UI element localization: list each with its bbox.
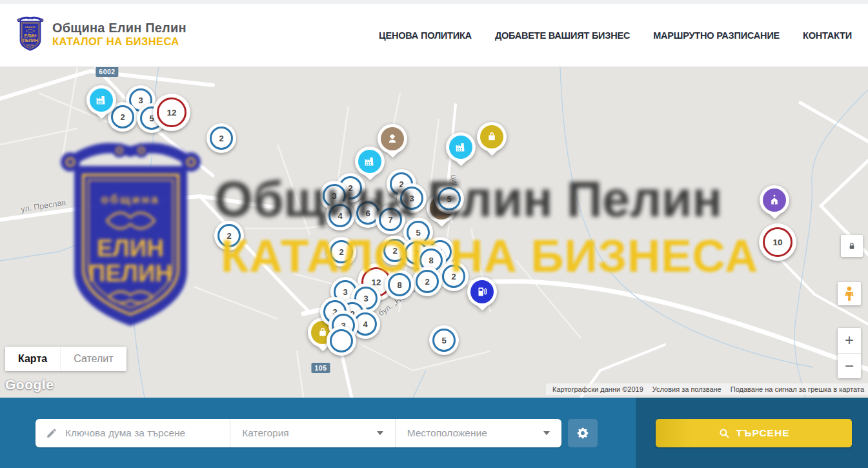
factory-pin-marker[interactable] bbox=[86, 85, 116, 124]
location-select-label: Местоположение bbox=[396, 427, 543, 439]
keyword-search-input[interactable] bbox=[64, 427, 230, 440]
nav-item-contacts[interactable]: КОНТАКТИ bbox=[803, 30, 852, 41]
scroll-lock-button[interactable] bbox=[841, 235, 863, 257]
report-map-error-link[interactable]: Подаване на сигнал за грешка в картата bbox=[731, 385, 864, 393]
markers-layer: 32512223235674522274822128338343510 bbox=[0, 67, 868, 398]
caret-down-icon bbox=[543, 431, 550, 435]
caret-down-icon bbox=[377, 431, 383, 435]
map-data-copyright: Картографски данни ©2019 bbox=[552, 385, 643, 393]
svg-text:ПЕЛИН: ПЕЛИН bbox=[23, 38, 38, 43]
cluster-marker[interactable]: 10 bbox=[759, 223, 796, 261]
magnifier-icon bbox=[718, 427, 730, 439]
cluster-marker[interactable]: 2 bbox=[412, 267, 442, 296]
search-input-group: Категория Местоположение bbox=[35, 419, 561, 447]
site-title: Община Елин Пелин bbox=[52, 21, 187, 36]
fuel-pin-marker[interactable] bbox=[467, 277, 497, 316]
google-map[interactable]: 6002105 ул. Преславбул. „Новоселции 3251… bbox=[0, 67, 868, 398]
zoom-out-button[interactable]: − bbox=[838, 354, 861, 379]
keyword-field-wrap bbox=[35, 419, 230, 447]
main-nav: ЦЕНОВА ПОЛИТИКА ДОБАВЕТЕ ВАШИЯТ БИЗНЕС М… bbox=[379, 4, 852, 66]
svg-text:ЕЛИН: ЕЛИН bbox=[24, 34, 36, 38]
municipality-crest-icon: община ЕЛИН ПЕЛИН bbox=[16, 15, 45, 53]
zoom-in-button[interactable]: + bbox=[838, 328, 861, 354]
site-logo[interactable]: община ЕЛИН ПЕЛИН Община Елин Пелин КАТА… bbox=[16, 15, 187, 53]
cluster-marker[interactable]: 2 bbox=[214, 221, 244, 250]
cluster-marker[interactable]: 12 bbox=[153, 94, 190, 131]
cluster-marker[interactable]: 2 bbox=[439, 261, 469, 291]
map-type-control: Карта Сателит bbox=[5, 347, 126, 371]
factory-pin-marker[interactable] bbox=[446, 132, 476, 171]
advanced-search-button[interactable] bbox=[568, 419, 598, 447]
cluster-marker[interactable]: 5 bbox=[434, 184, 464, 214]
location-select[interactable]: Местоположение bbox=[395, 419, 561, 447]
terms-of-use-link[interactable]: Условия за ползване bbox=[652, 385, 722, 393]
nav-item-add-business[interactable]: ДОБАВЕТЕ ВАШИЯТ БИЗНЕС bbox=[495, 30, 630, 41]
category-select-label: Категория bbox=[230, 427, 376, 439]
shopping-bag-pin-marker[interactable] bbox=[477, 122, 507, 161]
site-subtitle: КАТАЛОГ НА БИЗНЕСА bbox=[52, 36, 187, 48]
google-logo[interactable]: Google bbox=[5, 377, 54, 392]
header: община ЕЛИН ПЕЛИН Община Елин Пелин КАТА… bbox=[0, 4, 868, 67]
search-submit-button[interactable]: ТЪРСЕНЕ bbox=[656, 419, 852, 447]
map-type-satellite-button[interactable]: Сателит bbox=[60, 347, 126, 371]
pegman-icon bbox=[842, 285, 856, 302]
factory-pin-marker[interactable] bbox=[355, 147, 385, 185]
category-select[interactable]: Категория bbox=[230, 419, 394, 447]
cluster-marker[interactable]: 2 bbox=[327, 237, 356, 267]
nav-item-pricing[interactable]: ЦЕНОВА ПОЛИТИКА bbox=[379, 30, 472, 41]
lock-icon bbox=[847, 241, 857, 251]
map-type-map-button[interactable]: Карта bbox=[5, 347, 60, 371]
church-pin-marker[interactable] bbox=[760, 185, 789, 224]
cluster-marker[interactable]: 8 bbox=[385, 270, 414, 300]
gear-icon bbox=[576, 426, 590, 440]
cluster-marker[interactable] bbox=[327, 326, 356, 356]
zoom-control: + − bbox=[838, 328, 861, 378]
cluster-marker[interactable]: 2 bbox=[207, 123, 236, 153]
cluster-marker[interactable]: 3 bbox=[397, 183, 427, 213]
map-attribution: Картографски данни ©2019 Условия за полз… bbox=[546, 383, 868, 395]
search-bar: Категория Местоположение ТЪРСЕНЕ bbox=[0, 398, 868, 468]
nav-item-route-schedule[interactable]: МАРШРУТНО РАЗПИСАНИЕ bbox=[653, 30, 780, 41]
search-button-label: ТЪРСЕНЕ bbox=[736, 427, 790, 439]
cluster-marker[interactable]: 5 bbox=[429, 325, 459, 355]
cluster-marker[interactable]: 7 bbox=[376, 205, 405, 234]
svg-text:община: община bbox=[25, 26, 36, 28]
street-view-pegman-button[interactable] bbox=[838, 282, 861, 305]
business-catalog-page: община ЕЛИН ПЕЛИН Община Елин Пелин КАТА… bbox=[0, 0, 868, 468]
cluster-marker[interactable]: 4 bbox=[325, 201, 355, 230]
pencil-icon bbox=[46, 427, 57, 439]
